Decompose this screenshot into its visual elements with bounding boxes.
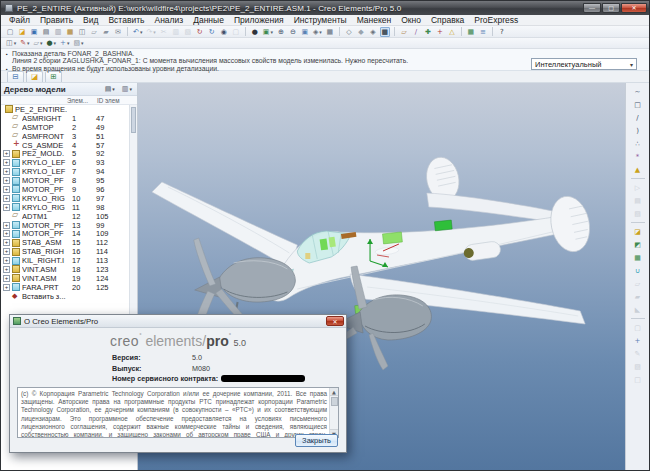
new-window-icon[interactable]: ◫ (77, 27, 87, 37)
expand-icon[interactable]: + (3, 257, 10, 264)
tree-row[interactable]: +MOTOR_PF1399 (1, 221, 137, 230)
dialog-close-icon[interactable]: ✕ (326, 316, 344, 326)
pattern-component-icon[interactable]: ▦ (630, 251, 646, 264)
annotations-icon[interactable]: △ (447, 27, 457, 37)
spin-center-icon[interactable]: ● (250, 27, 260, 37)
tree-row[interactable]: +MOTOR_PF14109 (1, 229, 137, 238)
shrinkwrap-icon[interactable]: ▤ (630, 194, 646, 207)
merge-icon[interactable]: ▧ (630, 207, 646, 220)
expand-icon[interactable]: + (3, 168, 10, 175)
render-icon[interactable]: ●▾ (45, 38, 57, 48)
chevron-down-icon[interactable]: ▾ (140, 29, 143, 35)
find-icon[interactable]: ◉ (219, 27, 229, 37)
column-header-elem[interactable]: Элем... (67, 97, 88, 104)
copy-icon[interactable]: ▥ (171, 27, 181, 37)
zoom-in-icon[interactable]: ⊕ (276, 27, 286, 37)
zoom-out-icon[interactable]: ⊖ (288, 27, 298, 37)
expand-icon[interactable]: + (3, 275, 10, 282)
open-file-icon[interactable]: ◪ (17, 27, 27, 37)
blend-tool-icon[interactable]: ▨ (630, 360, 646, 373)
tree-row[interactable]: +MOTOR_PF996 (1, 185, 137, 194)
tree-row[interactable]: +VINT.ASM18123 (1, 265, 137, 274)
tree-row[interactable]: +KRYLO_RIG1097 (1, 194, 137, 203)
chevron-down-icon[interactable]: ▾ (40, 40, 43, 46)
assemble-component-icon[interactable]: ◪ (630, 225, 646, 238)
chevron-down-icon[interactable]: ▾ (81, 40, 84, 46)
new-file-icon[interactable]: ▢ (5, 27, 15, 37)
style-tool-icon[interactable]: □ (630, 373, 646, 386)
tree-row[interactable]: +VINT.ASM19124 (1, 274, 137, 283)
redo-icon[interactable]: ↷▾ (145, 27, 156, 37)
import-icon[interactable]: ▱ (89, 27, 99, 37)
undo-icon[interactable]: ↶▾ (132, 27, 143, 37)
tree-row[interactable]: +PE2_MOLD.592 (1, 149, 137, 158)
view-manager-icon[interactable]: ▦ (325, 27, 335, 37)
menu-item-window[interactable]: Окно (396, 15, 426, 26)
expand-icon[interactable]: + (3, 204, 10, 211)
expand-icon[interactable]: + (3, 159, 10, 166)
expand-icon[interactable]: + (3, 284, 10, 291)
menu-item-insert[interactable]: Вставить (103, 15, 149, 26)
paste-icon[interactable]: ▧ (183, 27, 193, 37)
tree-row[interactable]: +STAB_ASM15112 (1, 238, 137, 247)
tree-row[interactable]: +FARA.PRT20125 (1, 283, 137, 292)
chevron-down-icon[interactable]: ▾ (319, 29, 322, 35)
extrude-tool-icon[interactable]: ▢ (630, 321, 646, 334)
draft-tool-icon[interactable]: ◣ (630, 303, 646, 316)
sketch-point-icon[interactable]: ∴ (630, 137, 646, 150)
chevron-down-icon[interactable]: ▾ (54, 40, 57, 46)
sweep-tool-icon[interactable]: ✎ (630, 347, 646, 360)
export-icon[interactable]: ▰ (101, 27, 111, 37)
menu-item-help[interactable]: Справка (426, 15, 469, 26)
menu-item-manikin[interactable]: Манекен (352, 15, 397, 26)
print-icon[interactable]: ▤ (41, 27, 51, 37)
tree-row[interactable]: +KIL_RIGHT.I17113 (1, 256, 137, 265)
expand-icon[interactable]: + (3, 150, 10, 157)
green-patch-2[interactable] (383, 232, 403, 244)
repaint-icon[interactable]: ▣▾ (262, 27, 274, 37)
rib-tool-icon[interactable]: ▰ (630, 290, 646, 303)
view-window-icon[interactable]: ◫▾ (5, 38, 17, 48)
regenerate-manager-icon[interactable]: ↻ (207, 27, 217, 37)
chevron-down-icon[interactable]: ▾ (14, 40, 17, 46)
menu-item-edit[interactable]: Править (35, 15, 78, 26)
save-copy-icon[interactable]: ▦ (65, 27, 75, 37)
hole-tool-icon[interactable]: ∪ (630, 264, 646, 277)
sketch-line-icon[interactable]: / (630, 111, 646, 124)
datum-display-icon[interactable]: ▱▾ (33, 38, 44, 48)
tree-insert-here-row[interactable]: Вставить з... (1, 292, 137, 301)
model-tree-toggle-icon[interactable]: ▦ (466, 27, 476, 37)
annotate-icon[interactable]: ✎▾ (19, 38, 30, 48)
menu-item-tools[interactable]: Инструменты (289, 15, 352, 26)
selection-filter[interactable]: Интеллектуальный ▾ (531, 58, 637, 70)
expand-icon[interactable]: + (3, 239, 10, 246)
model-tree-tab[interactable]: ⊟ (7, 71, 24, 82)
saved-views-icon[interactable]: ◈▾ (312, 27, 323, 37)
tree-row[interactable]: +KRYLO_RIG1198 (1, 203, 137, 212)
datum-csys-icon[interactable]: + (435, 27, 445, 37)
create-component-icon[interactable]: ◩ (630, 238, 646, 251)
expand-icon[interactable]: + (3, 222, 10, 229)
title-bar[interactable]: PE_2_ENTIRE (Активный) E:\work\wildfire4… (1, 1, 649, 15)
shell-tool-icon[interactable]: ▱ (630, 277, 646, 290)
tree-row[interactable]: ASMFRONT351 (1, 132, 137, 141)
tree-row[interactable]: +MOTOR_PF895 (1, 176, 137, 185)
tree-row[interactable]: ASMTOP249 (1, 123, 137, 132)
datum-planes-icon[interactable]: ▱ (399, 27, 409, 37)
chevron-down-icon[interactable]: ▾ (67, 40, 70, 46)
sketch-arc-icon[interactable]: ) (630, 124, 646, 137)
revolve-tool-icon[interactable]: + (630, 334, 646, 347)
favorites-tab[interactable]: ⊞ (45, 71, 62, 82)
tree-row[interactable]: CS_ASMDE457 (1, 141, 137, 150)
layers-icon[interactable]: ≡ (478, 27, 488, 37)
select-box-icon[interactable]: ▢ (231, 27, 241, 37)
tree-scrollbar-thumb[interactable] (131, 107, 136, 133)
tree-row[interactable]: ASMRIGHT147 (1, 114, 137, 123)
chevron-down-icon[interactable]: ▾ (153, 29, 156, 35)
expand-icon[interactable]: + (3, 248, 10, 255)
tree-show-dropdown[interactable]: ▥ ▾ (120, 84, 134, 94)
expand-icon[interactable]: + (3, 266, 10, 273)
context-help-icon[interactable]: ? (497, 27, 507, 37)
dialog-title-bar[interactable]: О Creo Elements/Pro ✕ (10, 315, 346, 328)
tree-row[interactable]: +KRYLO_LEF794 (1, 167, 137, 176)
